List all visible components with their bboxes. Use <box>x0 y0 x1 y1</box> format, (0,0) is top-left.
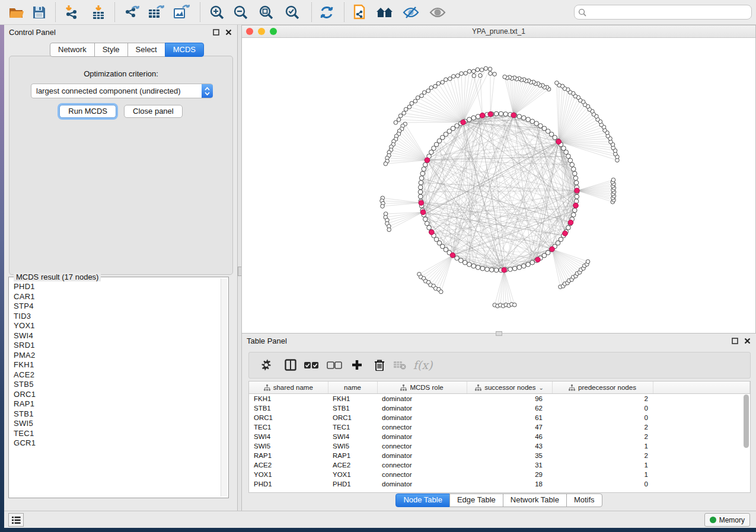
leaf-node[interactable] <box>381 204 385 209</box>
ring-node[interactable] <box>517 114 522 119</box>
mcds-result-item[interactable]: RAP1 <box>10 399 221 409</box>
leaf-node[interactable] <box>398 114 403 118</box>
mcds-hub-node[interactable] <box>511 113 516 118</box>
cell-name[interactable]: ORC1 <box>328 413 377 422</box>
mcds-result-item[interactable]: SRD1 <box>10 341 221 351</box>
cell-successor-nodes[interactable]: 61 <box>467 413 552 422</box>
ring-node[interactable] <box>419 176 424 181</box>
ring-node[interactable] <box>423 162 428 167</box>
leaf-node[interactable] <box>611 178 615 182</box>
minimize-window-icon[interactable] <box>258 28 265 35</box>
mcds-hub-node[interactable] <box>425 158 430 163</box>
cell-MCDS-role[interactable]: connector <box>377 422 467 432</box>
mcds-result-item[interactable]: ACE2 <box>10 370 221 380</box>
cell-successor-nodes[interactable]: 62 <box>467 403 552 413</box>
ring-node[interactable] <box>574 181 579 185</box>
cell-name[interactable]: YOX1 <box>328 470 377 479</box>
ring-node[interactable] <box>489 268 494 273</box>
tab-mcds[interactable]: MCDS <box>165 43 204 57</box>
close-panel-icon[interactable] <box>743 336 751 345</box>
ring-node[interactable] <box>427 225 432 230</box>
tab-network[interactable]: Network <box>50 43 95 57</box>
mcds-hub-node[interactable] <box>573 203 579 209</box>
leaf-node[interactable] <box>460 72 464 76</box>
ring-node[interactable] <box>566 225 571 230</box>
ring-node[interactable] <box>418 185 423 190</box>
leaf-node[interactable] <box>420 94 424 98</box>
ring-node[interactable] <box>476 265 480 270</box>
tab-network-table[interactable]: Network Table <box>503 493 567 507</box>
cell-MCDS-role[interactable]: dominator <box>377 394 467 404</box>
cell-name[interactable]: PHD1 <box>328 479 377 489</box>
table-row[interactable]: FKH1FKH1dominator962 <box>249 394 750 404</box>
hide-selected-icon[interactable] <box>402 4 420 21</box>
leaf-node[interactable] <box>387 227 391 232</box>
zoom-out-icon[interactable] <box>232 4 250 21</box>
table-row[interactable]: ACE2ACE2connector311 <box>249 460 750 470</box>
search-input[interactable] <box>589 8 748 17</box>
leaf-node[interactable] <box>429 86 433 90</box>
column-header-MCDS-role[interactable]: MCDS role <box>377 382 467 394</box>
cell-successor-nodes[interactable]: 31 <box>467 460 552 470</box>
home-icon[interactable] <box>376 4 394 21</box>
ring-node[interactable] <box>471 264 476 268</box>
export-image-icon[interactable] <box>173 4 190 21</box>
ring-node[interactable] <box>429 150 434 155</box>
network-graph[interactable] <box>242 38 755 333</box>
leaf-node[interactable] <box>472 74 476 78</box>
ring-node[interactable] <box>534 121 539 126</box>
mcds-hub-node[interactable] <box>502 267 507 273</box>
ring-node[interactable] <box>423 217 428 222</box>
ring-node[interactable] <box>419 181 423 185</box>
table-scrollbar[interactable] <box>744 395 749 448</box>
leaf-node[interactable] <box>555 81 559 85</box>
ring-node[interactable] <box>570 162 575 167</box>
leaf-node[interactable] <box>410 101 414 105</box>
node-table[interactable]: shared namenameMCDS rolesuccessor nodes⌄… <box>248 381 751 493</box>
ring-node[interactable] <box>530 260 535 265</box>
cell-shared-name[interactable]: SWI5 <box>249 441 328 451</box>
mcds-result-item[interactable]: GCR1 <box>10 438 221 448</box>
leaf-node[interactable] <box>464 71 468 75</box>
ring-node[interactable] <box>571 213 576 217</box>
network-window-titlebar[interactable]: YPA_prune.txt_1 <box>242 25 755 38</box>
leaf-node[interactable] <box>402 111 406 116</box>
table-row[interactable]: RAP1RAP1dominator352 <box>249 451 750 460</box>
cell-MCDS-role[interactable]: connector <box>377 470 467 479</box>
cell-name[interactable]: SWI5 <box>328 441 377 451</box>
mcds-hub-node[interactable] <box>535 257 541 262</box>
cell-shared-name[interactable]: PHD1 <box>249 479 328 489</box>
criterion-dropdown[interactable]: largest connected component (undirected) <box>31 84 213 98</box>
run-mcds-button[interactable]: Run MCDS <box>59 105 116 118</box>
ring-node[interactable] <box>573 176 578 181</box>
table-row[interactable]: SWI5SWI5connector431 <box>249 441 750 451</box>
cell-name[interactable]: STB1 <box>328 403 377 413</box>
leaf-node[interactable] <box>489 72 493 76</box>
ring-node[interactable] <box>521 116 526 120</box>
cell-predecessor-nodes[interactable]: 2 <box>552 422 653 432</box>
cell-successor-nodes[interactable]: 43 <box>467 441 552 451</box>
leaf-node[interactable] <box>484 66 488 70</box>
cell-name[interactable]: ACE2 <box>328 460 377 470</box>
ring-node[interactable] <box>521 264 526 268</box>
table-row[interactable]: PHD1PHD1dominator180 <box>249 479 750 489</box>
mcds-hub-node[interactable] <box>568 220 573 225</box>
cell-name[interactable]: RAP1 <box>328 451 377 460</box>
ring-node[interactable] <box>517 265 522 270</box>
ring-node[interactable] <box>425 221 429 226</box>
mcds-result-item[interactable]: SWI5 <box>10 419 221 429</box>
ring-node[interactable] <box>420 171 425 176</box>
leaf-node[interactable] <box>407 105 412 109</box>
leaf-node[interactable] <box>512 303 516 307</box>
cell-shared-name[interactable]: SWI4 <box>249 432 328 441</box>
leaf-node[interactable] <box>476 68 480 72</box>
leaf-node[interactable] <box>441 81 445 85</box>
mcds-hub-node[interactable] <box>419 200 424 206</box>
zoom-selected-icon[interactable] <box>283 4 301 21</box>
float-panel-icon[interactable] <box>731 336 739 345</box>
delete-column-icon[interactable] <box>371 357 388 373</box>
leaf-node[interactable] <box>416 96 420 100</box>
cell-predecessor-nodes[interactable]: 1 <box>552 441 653 451</box>
export-network-icon[interactable] <box>123 4 141 21</box>
close-window-icon[interactable] <box>246 28 253 35</box>
